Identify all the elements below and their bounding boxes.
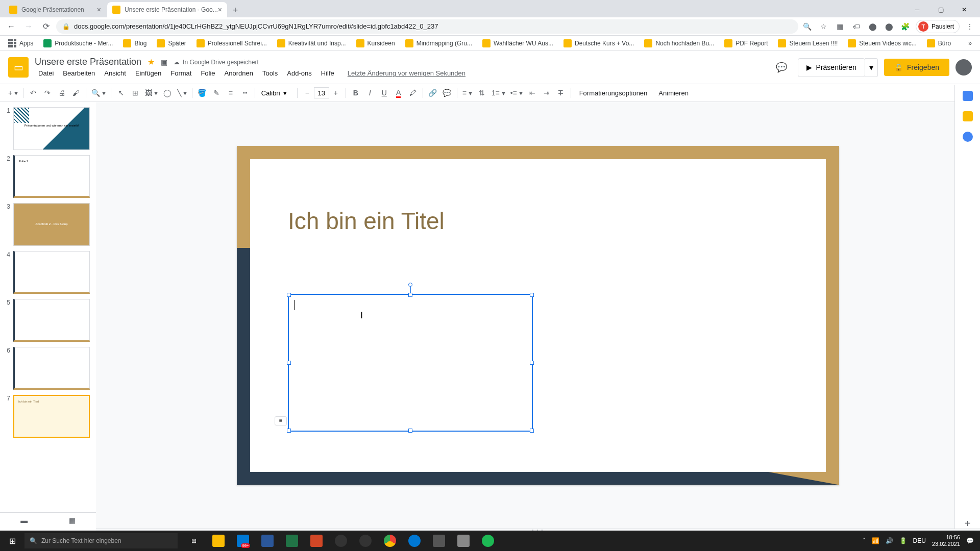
- taskbar-app[interactable]: [280, 531, 304, 551]
- resize-handle-w[interactable]: [287, 361, 291, 365]
- border-weight-button[interactable]: ≡: [224, 86, 237, 99]
- menu-help[interactable]: Hilfe: [317, 68, 338, 78]
- maximize-button[interactable]: ▢: [929, 2, 952, 17]
- font-size-input[interactable]: [314, 87, 329, 98]
- menu-format[interactable]: Format: [167, 68, 195, 78]
- notifications-button[interactable]: 💬: [966, 537, 974, 544]
- line-tool[interactable]: ╲ ▾: [175, 86, 189, 99]
- taskbar-spotify[interactable]: [476, 531, 500, 551]
- resize-handle-sw[interactable]: [287, 429, 291, 433]
- battery-icon[interactable]: 🔋: [899, 537, 907, 544]
- zoom-button[interactable]: 🔍 ▾: [89, 86, 108, 99]
- resize-handle-ne[interactable]: [530, 293, 534, 297]
- browser-tab-1[interactable]: Google Präsentationen ×: [4, 2, 106, 17]
- animate-button[interactable]: Animieren: [653, 89, 694, 97]
- font-family-select[interactable]: Calibri ▾: [258, 89, 294, 97]
- new-tab-button[interactable]: +: [228, 3, 242, 17]
- minimize-button[interactable]: ─: [905, 2, 929, 17]
- profile-button[interactable]: T Pausiert: [916, 20, 960, 33]
- bookmark-item[interactable]: Blog: [119, 37, 151, 49]
- taskbar-app[interactable]: [304, 531, 329, 551]
- format-options-button[interactable]: Formatierungsoptionen: [574, 89, 653, 97]
- text-color-button[interactable]: A: [392, 86, 405, 99]
- bookmark-item[interactable]: Steuern Lesen !!!!: [774, 37, 842, 49]
- resize-handle-se[interactable]: [530, 429, 534, 433]
- start-button[interactable]: ⊞: [0, 531, 24, 551]
- taskbar-app[interactable]: [255, 531, 280, 551]
- resize-handle-s[interactable]: [408, 429, 412, 433]
- wifi-icon[interactable]: 📶: [872, 537, 879, 544]
- bookmark-item[interactable]: Kreativität und Insp...: [273, 37, 350, 49]
- add-addon-button[interactable]: +: [963, 518, 973, 529]
- browser-tab-2[interactable]: Unsere erste Präsentation - Goo... ×: [107, 2, 227, 17]
- autofit-button[interactable]: ≡: [275, 416, 287, 425]
- menu-icon[interactable]: ⋮: [964, 20, 976, 33]
- menu-addons[interactable]: Add-ons: [283, 68, 315, 78]
- taskbar-app[interactable]: [402, 531, 427, 551]
- volume-icon[interactable]: 🔊: [886, 537, 893, 544]
- slide-thumbnail-4[interactable]: [13, 251, 90, 294]
- resize-handle-nw[interactable]: [287, 293, 291, 297]
- line-spacing-button[interactable]: ⇅: [475, 86, 488, 99]
- taskbar-app[interactable]: 99+: [231, 531, 255, 551]
- taskbar-app[interactable]: [329, 531, 353, 551]
- present-button[interactable]: ▶ Präsentieren: [798, 58, 865, 77]
- rotate-handle[interactable]: [408, 283, 412, 287]
- italic-button[interactable]: I: [363, 86, 377, 99]
- clear-formatting-button[interactable]: T̶: [554, 86, 568, 99]
- task-view-button[interactable]: ⊞: [182, 531, 206, 551]
- extension-icon[interactable]: ⬤: [883, 20, 895, 33]
- filmstrip-view-button[interactable]: ▬: [20, 516, 28, 524]
- star-icon[interactable]: ★: [148, 57, 155, 67]
- menu-arrange[interactable]: Anordnen: [221, 68, 257, 78]
- user-avatar[interactable]: [955, 59, 972, 76]
- extensions-menu-icon[interactable]: 🧩: [899, 20, 912, 33]
- taskbar-app[interactable]: [451, 531, 476, 551]
- indent-increase-button[interactable]: ⇥: [540, 86, 553, 99]
- present-dropdown[interactable]: ▾: [865, 58, 878, 77]
- slide-thumbnail-3[interactable]: Abschnitt 2 - Das Setup: [13, 203, 90, 246]
- zoom-icon[interactable]: 🔍: [801, 20, 814, 33]
- new-slide-button[interactable]: + ▾: [6, 86, 20, 99]
- clock[interactable]: 18:56 23.02.2021: [932, 534, 960, 547]
- underline-button[interactable]: U: [378, 86, 391, 99]
- language-indicator[interactable]: DEU: [913, 537, 926, 544]
- document-title[interactable]: Unsere erste Präsentation: [35, 57, 141, 67]
- bulleted-list-button[interactable]: •≡ ▾: [508, 86, 525, 99]
- undo-button[interactable]: ↶: [27, 86, 40, 99]
- bookmark-item[interactable]: Noch hochladen Bu...: [640, 37, 718, 49]
- bookmark-item[interactable]: Steuern Videos wic...: [844, 37, 921, 49]
- align-button[interactable]: ≡ ▾: [460, 86, 474, 99]
- keep-icon[interactable]: [963, 111, 973, 121]
- image-tool[interactable]: 🖼 ▾: [143, 86, 160, 99]
- close-button[interactable]: ✕: [952, 2, 976, 17]
- bookmark-item[interactable]: Später: [153, 37, 190, 49]
- comment-button[interactable]: 💬: [440, 86, 454, 99]
- tasks-icon[interactable]: [963, 132, 973, 142]
- indent-decrease-button[interactable]: ⇤: [526, 86, 539, 99]
- numbered-list-button[interactable]: 1≡ ▾: [489, 86, 507, 99]
- bold-button[interactable]: B: [349, 86, 362, 99]
- bookmark-item[interactable]: Kursideen: [352, 37, 399, 49]
- save-status[interactable]: ☁ In Google Drive gespeichert: [174, 59, 259, 66]
- bookmark-item[interactable]: Produktsuche - Mer...: [39, 37, 117, 49]
- slides-logo[interactable]: ▭: [8, 57, 29, 78]
- bookmark-item[interactable]: Büro: [923, 37, 955, 49]
- back-button[interactable]: ←: [4, 19, 18, 34]
- menu-insert[interactable]: Einfügen: [132, 68, 165, 78]
- paint-format-button[interactable]: 🖌: [69, 86, 83, 99]
- slide-panel[interactable]: 1 Präsentationen und wie man sie erstell…: [0, 102, 96, 551]
- bookmark-item[interactable]: Professionell Schrei...: [192, 37, 271, 49]
- slide-thumbnail-7[interactable]: Ich bin ein Titel: [13, 395, 90, 438]
- link-button[interactable]: 🔗: [426, 86, 439, 99]
- border-dash-button[interactable]: ┅: [238, 86, 252, 99]
- reload-button[interactable]: ⟳: [39, 19, 53, 34]
- menu-slide[interactable]: Folie: [197, 68, 218, 78]
- extension-icon[interactable]: ⬤: [867, 20, 879, 33]
- extension-icon[interactable]: ▦: [834, 20, 846, 33]
- extension-icon[interactable]: 🏷: [850, 20, 863, 33]
- share-button[interactable]: 🔒 Freigeben: [884, 59, 949, 76]
- close-icon[interactable]: ×: [97, 6, 101, 14]
- select-tool[interactable]: ↖: [114, 86, 128, 99]
- bookmark-item[interactable]: Mindmapping (Gru...: [401, 37, 476, 49]
